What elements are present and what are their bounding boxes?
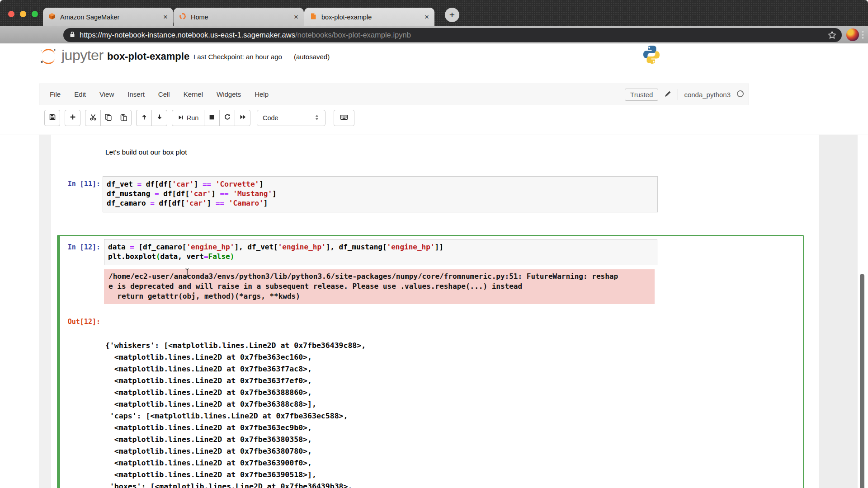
step-forward-icon xyxy=(178,114,184,122)
code-input-cell-11[interactable]: df_vet = df[df['car'] == 'Corvette']df_m… xyxy=(103,176,658,212)
menu-edit[interactable]: Edit xyxy=(67,84,93,105)
floppy-disk-icon xyxy=(49,113,56,122)
jupyter-ring-icon xyxy=(179,13,186,22)
url-path: /notebooks/box-plot-example.ipynb xyxy=(295,31,411,39)
save-button[interactable] xyxy=(44,110,60,126)
url-text: https://my-notebook-instance.notebook.us… xyxy=(80,31,411,39)
copy-icon xyxy=(104,113,112,123)
stop-icon xyxy=(208,114,215,122)
keyboard-icon xyxy=(339,113,349,123)
notebook-right-margin xyxy=(819,135,858,488)
text-cursor-icon xyxy=(184,267,191,280)
menu-view[interactable]: View xyxy=(93,84,121,105)
menu-help[interactable]: Help xyxy=(248,84,275,105)
tab-close-icon[interactable]: × xyxy=(163,13,168,21)
notebook-toolbar: Run Code xyxy=(44,110,354,126)
browser-tab-strip: Amazon SageMaker × Home × box-plot-examp… xyxy=(0,0,868,26)
address-bar[interactable]: https://my-notebook-instance.notebook.us… xyxy=(63,28,842,42)
jupyter-page: jupyter box-plot-example Last Checkpoint… xyxy=(0,43,868,488)
browser-tab-home[interactable]: Home × xyxy=(174,8,304,26)
window-controls xyxy=(8,11,38,17)
copy-cell-button[interactable] xyxy=(100,110,116,126)
select-updown-icon xyxy=(314,114,320,122)
markdown-cell-text[interactable]: Let's build out our box plot xyxy=(105,148,187,156)
toolbar-divider xyxy=(0,134,868,134)
url-host: https://my-notebook-instance.notebook.us… xyxy=(80,31,295,39)
status-divider xyxy=(678,89,678,100)
paste-cell-button[interactable] xyxy=(116,110,132,126)
restart-kernel-button[interactable] xyxy=(219,110,235,126)
checkpoint-status: Last Checkpoint: an hour ago xyxy=(193,53,282,61)
input-prompt-12: In [12]: xyxy=(54,243,100,251)
menu-file[interactable]: File xyxy=(43,84,67,105)
bookmark-star-icon[interactable] xyxy=(828,31,836,41)
arrow-up-icon xyxy=(141,113,148,122)
arrow-down-icon xyxy=(156,113,163,122)
jupyter-logo-text[interactable]: jupyter xyxy=(61,47,104,64)
code-input-cell-12[interactable]: data = [df_camaro['engine_hp'], df_vet['… xyxy=(104,239,657,265)
cell-type-select[interactable]: Code xyxy=(257,110,326,126)
tab-title: Amazon SageMaker xyxy=(60,14,159,21)
command-palette-button[interactable] xyxy=(334,110,354,126)
cell-output-text: {'whiskers': [<matplotlib.lines.Line2D a… xyxy=(105,316,366,488)
cell-type-value: Code xyxy=(263,114,278,122)
menu-insert[interactable]: Insert xyxy=(121,84,151,105)
profile-avatar[interactable] xyxy=(846,28,859,41)
run-label: Run xyxy=(187,114,199,122)
tab-close-icon[interactable]: × xyxy=(294,13,298,21)
notebook-title[interactable]: box-plot-example xyxy=(107,51,189,62)
window-close-button[interactable] xyxy=(8,11,14,17)
window-zoom-button[interactable] xyxy=(32,11,38,17)
run-cell-button[interactable]: Run xyxy=(172,110,204,126)
python-logo-icon xyxy=(642,44,661,67)
menu-bar: File Edit View Insert Cell Kernel Widget… xyxy=(39,84,749,105)
cut-cell-button[interactable] xyxy=(85,110,101,126)
add-cell-button[interactable] xyxy=(65,110,80,126)
notebook-left-margin xyxy=(39,135,51,488)
menu-widgets[interactable]: Widgets xyxy=(210,84,248,105)
notebook-file-icon xyxy=(310,13,317,22)
page-scrollbar-thumb[interactable] xyxy=(860,274,864,488)
kernel-name: conda_python3 xyxy=(684,91,731,99)
restart-icon xyxy=(224,113,231,122)
tab-title: box-plot-example xyxy=(321,14,420,21)
move-cell-up-button[interactable] xyxy=(136,110,152,126)
menu-cell[interactable]: Cell xyxy=(151,84,177,105)
lock-icon xyxy=(70,31,75,39)
menu-kernel[interactable]: Kernel xyxy=(177,84,210,105)
input-prompt-11: In [11]: xyxy=(54,180,100,188)
pencil-icon[interactable] xyxy=(664,90,672,99)
browser-tab-box-plot-example[interactable]: box-plot-example × xyxy=(304,8,434,26)
browser-menu-icon[interactable] xyxy=(862,31,864,41)
jupyter-logo-icon[interactable] xyxy=(38,46,59,69)
notebook-scroll-area[interactable]: Let's build out our box plot In [11]: df… xyxy=(0,135,868,488)
tab-close-icon[interactable]: × xyxy=(425,13,429,21)
new-tab-button[interactable]: + xyxy=(445,8,459,22)
scissors-icon xyxy=(90,113,97,122)
plus-icon xyxy=(69,113,76,122)
output-prompt-12: Out[12]: xyxy=(54,318,100,326)
trusted-badge[interactable]: Trusted xyxy=(625,89,658,101)
window-minimize-button[interactable] xyxy=(20,11,26,17)
move-cell-down-button[interactable] xyxy=(151,110,167,126)
interrupt-kernel-button[interactable] xyxy=(204,110,220,126)
browser-tab-sagemaker[interactable]: Amazon SageMaker × xyxy=(43,8,173,26)
sagemaker-cube-icon xyxy=(48,13,56,22)
fast-forward-icon xyxy=(239,113,246,122)
restart-run-all-button[interactable] xyxy=(235,110,250,126)
kernel-idle-icon xyxy=(736,90,744,99)
tab-title: Home xyxy=(191,14,289,21)
autosave-status: (autosaved) xyxy=(294,53,330,61)
menubar-right-status: Trusted conda_python3 xyxy=(625,84,744,105)
paste-icon xyxy=(120,113,127,123)
